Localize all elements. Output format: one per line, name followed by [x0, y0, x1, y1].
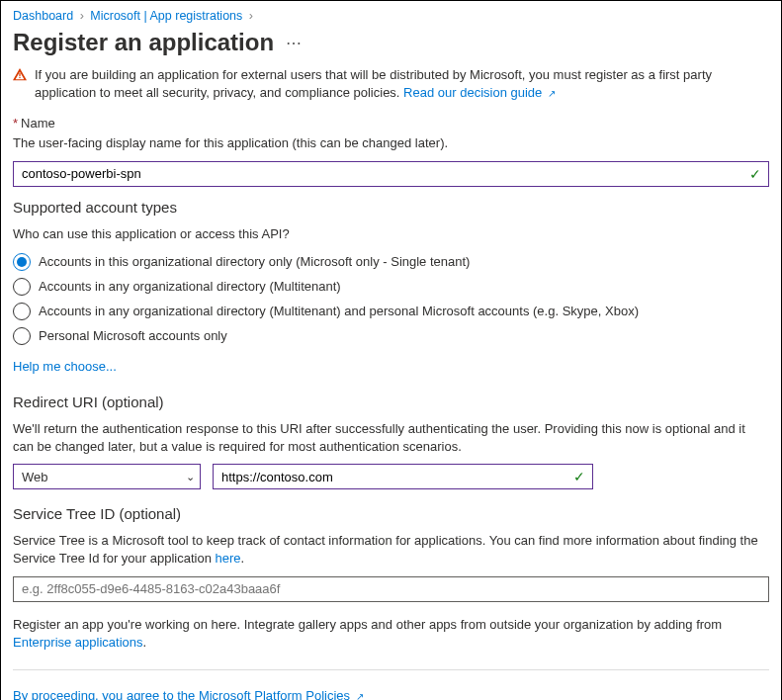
- radio-icon: [13, 303, 31, 320]
- redirect-uri-heading: Redirect URI (optional): [13, 394, 769, 410]
- name-label: *Name: [13, 116, 769, 131]
- platform-policies-link[interactable]: By proceeding, you agree to the Microsof…: [13, 688, 364, 700]
- check-icon: ✓: [573, 469, 585, 484]
- radio-multitenant[interactable]: Accounts in any organizational directory…: [13, 278, 769, 296]
- service-tree-input[interactable]: [13, 576, 769, 602]
- breadcrumb-app-registrations[interactable]: Microsoft | App registrations: [90, 9, 242, 23]
- footer-note: Register an app you're working on here. …: [13, 616, 769, 652]
- radio-multitenant-personal[interactable]: Accounts in any organizational directory…: [13, 303, 769, 320]
- divider: [13, 669, 769, 670]
- radio-icon: [13, 253, 31, 271]
- decision-guide-link[interactable]: Read our decision guide ↗: [403, 85, 556, 100]
- chevron-right-icon: ›: [80, 9, 84, 23]
- page-title: Register an application: [13, 29, 274, 56]
- enterprise-applications-link[interactable]: Enterprise applications: [13, 635, 143, 650]
- radio-icon: [13, 278, 31, 296]
- help-me-choose-link[interactable]: Help me choose...: [13, 359, 117, 374]
- check-icon: ✓: [749, 166, 761, 182]
- account-types-radio-group: Accounts in this organizational director…: [13, 253, 769, 345]
- radio-personal-only[interactable]: Personal Microsoft accounts only: [13, 327, 769, 345]
- service-tree-here-link[interactable]: here: [216, 551, 241, 566]
- radio-label: Accounts in any organizational directory…: [39, 304, 639, 318]
- alert-text: If you are building an application for e…: [35, 67, 712, 100]
- account-types-question: Who can use this application or access t…: [13, 225, 769, 243]
- radio-label: Accounts in this organizational director…: [39, 254, 470, 269]
- external-link-icon: ↗: [548, 88, 556, 99]
- chevron-right-icon: ›: [249, 9, 253, 23]
- svg-rect-0: [19, 73, 20, 77]
- external-link-icon: ↗: [356, 691, 364, 700]
- redirect-uri-description: We'll return the authentication response…: [13, 420, 769, 456]
- service-tree-description: Service Tree is a Microsoft tool to keep…: [13, 532, 769, 568]
- radio-label: Personal Microsoft accounts only: [39, 328, 227, 343]
- radio-icon: [13, 327, 31, 345]
- account-types-heading: Supported account types: [13, 199, 769, 216]
- platform-select[interactable]: Web: [13, 464, 201, 489]
- breadcrumb-dashboard[interactable]: Dashboard: [13, 9, 73, 23]
- radio-label: Accounts in any organizational directory…: [39, 279, 341, 294]
- svg-rect-1: [19, 77, 20, 78]
- redirect-uri-input[interactable]: [213, 464, 593, 489]
- radio-single-tenant[interactable]: Accounts in this organizational director…: [13, 253, 769, 271]
- name-description: The user-facing display name for this ap…: [13, 134, 769, 152]
- warning-alert: If you are building an application for e…: [13, 66, 769, 102]
- breadcrumb: Dashboard › Microsoft | App registration…: [13, 9, 769, 23]
- more-actions-icon[interactable]: ⋯: [286, 34, 303, 52]
- warning-icon: [13, 67, 27, 84]
- name-input[interactable]: [13, 161, 769, 187]
- service-tree-heading: Service Tree ID (optional): [13, 505, 769, 522]
